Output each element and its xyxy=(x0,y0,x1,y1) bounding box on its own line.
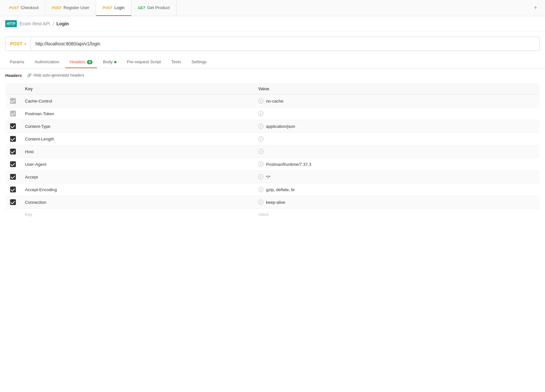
req-tab-label-authorization: Authorization xyxy=(35,59,59,64)
info-icon-0[interactable]: i xyxy=(258,98,263,104)
row-key-3[interactable]: Content-Length xyxy=(20,133,254,145)
http-badge: HTTP xyxy=(5,20,17,27)
row-checkbox-1[interactable] xyxy=(6,107,21,120)
req-tab-label-headers: Headers xyxy=(70,59,86,64)
row-key-6[interactable]: Accept xyxy=(20,171,254,183)
row-value-text-7: gzip, deflate, br xyxy=(266,187,295,192)
tab-method-login: POST xyxy=(103,6,112,10)
row-checkbox-8[interactable] xyxy=(6,196,21,209)
hide-autogen-label: Hide auto-generated headers xyxy=(33,73,84,78)
row-checkbox-5[interactable] xyxy=(6,158,21,171)
req-tab-tests[interactable]: Tests xyxy=(167,56,186,68)
method-select[interactable]: POST ▾ xyxy=(6,37,31,51)
info-icon-5[interactable]: i xyxy=(258,162,263,167)
req-tab-dot-body xyxy=(114,61,116,63)
req-tab-label-settings: Settings xyxy=(191,59,207,64)
empty-key-placeholder[interactable]: Key xyxy=(25,212,32,217)
empty-value-placeholder[interactable]: Value xyxy=(258,212,269,217)
row-value-text-8: keep-alive xyxy=(266,200,285,205)
headers-section: Headers 🔗 Hide auto-generated headers xyxy=(0,68,545,83)
tab-method-register-user: POST xyxy=(52,6,62,10)
info-icon-4[interactable]: i xyxy=(258,149,263,154)
req-tab-params[interactable]: Params xyxy=(5,56,29,68)
tab-login[interactable]: POST Login xyxy=(96,0,131,16)
req-tab-settings[interactable]: Settings xyxy=(187,56,211,68)
row-value-2: i application/json xyxy=(254,120,539,133)
table-row: Connection i keep-alive xyxy=(6,196,540,209)
table-row-empty: Key Value xyxy=(6,209,540,220)
hide-autogenerated-button[interactable]: 🔗 Hide auto-generated headers xyxy=(25,72,86,78)
row-value-text-6: */* xyxy=(266,175,271,179)
table-row: Accept i */* xyxy=(6,171,540,183)
row-value-text-0: no-cache xyxy=(266,99,283,104)
breadcrumb-separator: / xyxy=(53,21,54,26)
req-tab-headers[interactable]: Headers9 xyxy=(65,56,97,68)
info-icon-6[interactable]: i xyxy=(258,174,263,179)
table-row: User-Agent i PostmanRuntime/7.37.3 xyxy=(6,158,540,171)
tab-checkout[interactable]: POST Checkout xyxy=(3,0,45,16)
row-value-8: i keep-alive xyxy=(254,196,539,209)
row-checkbox-4[interactable] xyxy=(6,145,21,158)
row-key-4[interactable]: Host xyxy=(20,145,254,158)
row-value-5: i PostmanRuntime/7.37.3 xyxy=(254,158,539,171)
tab-register-user[interactable]: POST Register User xyxy=(45,0,96,16)
col-header-checkbox xyxy=(6,83,21,95)
tab-method-checkout: POST xyxy=(9,6,19,10)
row-value-4: i xyxy=(254,145,539,158)
req-tab-label-pre-request-script: Pre-request Script xyxy=(127,59,161,64)
table-row: Host i xyxy=(6,145,540,158)
row-key-5[interactable]: User-Agent xyxy=(20,158,254,171)
breadcrumb-current: Login xyxy=(56,21,69,26)
row-key-7[interactable]: Accept-Encoding xyxy=(20,183,254,196)
req-tab-label-body: Body xyxy=(103,59,113,64)
url-bar: POST ▾ xyxy=(5,37,540,51)
row-value-0: i no-cache xyxy=(254,95,539,107)
row-checkbox-6[interactable] xyxy=(6,171,21,183)
req-tab-badge-headers: 9 xyxy=(87,60,93,64)
row-checkbox-2[interactable] xyxy=(6,120,21,133)
req-tab-label-params: Params xyxy=(10,59,24,64)
tabs-bar: POST Checkout POST Register User POST Lo… xyxy=(0,0,545,16)
row-key-2[interactable]: Content-Type xyxy=(20,120,254,133)
row-key-0[interactable]: Cache-Control xyxy=(20,95,254,107)
add-tab-button[interactable]: + xyxy=(528,0,542,16)
col-header-value: Value xyxy=(254,83,539,95)
req-tab-authorization[interactable]: Authorization xyxy=(30,56,64,68)
row-value-3: i xyxy=(254,133,539,145)
row-key-8[interactable]: Connection xyxy=(20,196,254,209)
tab-label-register-user: Register User xyxy=(64,5,89,10)
row-key-1[interactable]: Postman-Token xyxy=(20,107,254,120)
info-icon-3[interactable]: i xyxy=(258,136,263,141)
req-tab-body[interactable]: Body xyxy=(98,56,121,68)
row-checkbox-7[interactable] xyxy=(6,183,21,196)
table-row: Postman-Token i xyxy=(6,107,540,120)
info-icon-1[interactable]: i xyxy=(258,111,263,116)
tab-label-checkout: Checkout xyxy=(21,5,39,10)
breadcrumb: HTTP Ecom Rest API / Login xyxy=(0,16,545,31)
tab-method-get-product: GET xyxy=(138,6,145,10)
breadcrumb-collection[interactable]: Ecom Rest API xyxy=(19,21,50,26)
row-checkbox-0[interactable] xyxy=(6,95,21,107)
row-value-6: i */* xyxy=(254,171,539,183)
info-icon-8[interactable]: i xyxy=(258,200,263,205)
request-tabs: ParamsAuthorizationHeaders9BodyPre-reque… xyxy=(0,56,545,68)
row-value-1: i xyxy=(254,107,539,120)
row-value-text-5: PostmanRuntime/7.37.3 xyxy=(266,162,311,167)
col-header-key: Key xyxy=(20,83,254,95)
method-chevron-icon: ▾ xyxy=(24,42,26,46)
req-tab-pre-request-script[interactable]: Pre-request Script xyxy=(122,56,165,68)
info-icon-7[interactable]: i xyxy=(258,187,263,192)
tab-label-login: Login xyxy=(114,5,125,10)
headers-label: Headers xyxy=(5,73,22,78)
table-row: Cache-Control i no-cache xyxy=(6,95,540,107)
headers-table: Key Value Cache-Control i no-cache Postm… xyxy=(5,83,540,220)
url-input[interactable] xyxy=(31,37,539,51)
info-icon-2[interactable]: i xyxy=(258,124,263,129)
table-row: Accept-Encoding i gzip, deflate, br xyxy=(6,183,540,196)
req-tab-label-tests: Tests xyxy=(171,59,181,64)
tab-get-product[interactable]: GET Get Product xyxy=(131,0,176,16)
link-icon: 🔗 xyxy=(27,73,32,78)
row-checkbox-3[interactable] xyxy=(6,133,21,145)
headers-table-wrapper: Key Value Cache-Control i no-cache Postm… xyxy=(0,83,545,226)
table-row: Content-Length i xyxy=(6,133,540,145)
